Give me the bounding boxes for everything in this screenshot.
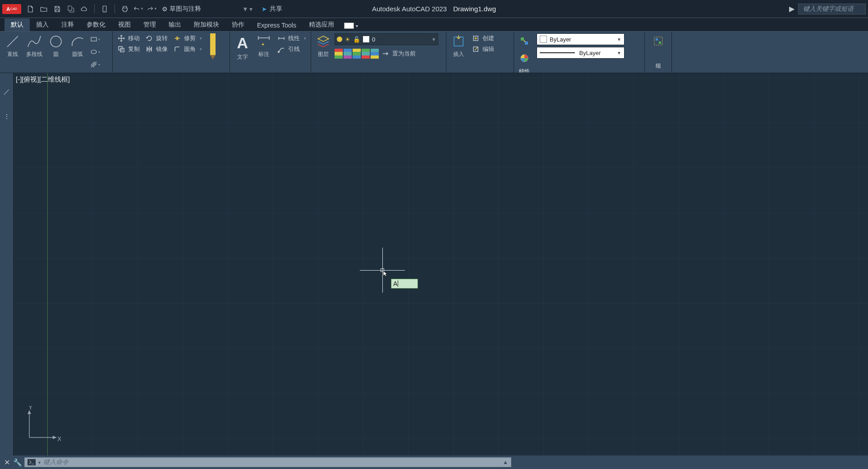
layer-tool-3[interactable] xyxy=(353,49,361,59)
tool-ellipse[interactable]: ▾ xyxy=(89,46,101,58)
drawing-area[interactable]: ／ ⋮ [-][俯视][二维线框] Y X A xyxy=(0,73,868,455)
tool-linetype-dim[interactable]: 线性▾ xyxy=(276,33,308,43)
tool-arc[interactable]: 圆弧 xyxy=(68,33,87,58)
tab-output[interactable]: 输出 xyxy=(162,18,188,31)
tool-rectangle[interactable]: ▾ xyxy=(89,33,101,45)
fillet-icon xyxy=(173,45,181,53)
tool-text-label: 文字 xyxy=(237,53,248,61)
tool-fillet-label: 圆角 xyxy=(184,45,196,53)
gear-icon: ⚙ xyxy=(162,5,168,13)
tab-insert[interactable]: 插入 xyxy=(30,18,55,31)
share-button[interactable]: ➤ 共享 xyxy=(262,5,282,13)
cmdline-close-icon[interactable]: ✕ xyxy=(3,458,11,466)
plot-mobile-icon[interactable] xyxy=(99,4,110,14)
tab-manage[interactable]: 管理 xyxy=(137,18,162,31)
title-right: ▶ 键入关键字或短语 xyxy=(789,4,866,14)
save-icon[interactable] xyxy=(52,4,63,14)
lineweight-dropdown[interactable]: ByLayer ▼ xyxy=(537,47,625,59)
chevron-down-icon: ▼ xyxy=(617,37,621,42)
chevron-down-icon: ▼ xyxy=(432,37,436,42)
print-icon[interactable] xyxy=(119,4,130,14)
layer-unlock-icon: 🔓 xyxy=(353,36,360,43)
ribbon-tabs: 默认 插入 注释 参数化 视图 管理 输出 附加模块 协作 Express To… xyxy=(0,18,868,32)
tab-addins[interactable]: 附加模块 xyxy=(188,18,225,31)
undo-icon[interactable]: ▼ xyxy=(133,4,144,14)
sidebar-item-2[interactable]: ⋮ xyxy=(1,111,12,122)
layer-tool-5[interactable] xyxy=(371,49,379,59)
tool-create-block[interactable]: 创建 xyxy=(470,33,496,43)
svg-rect-23 xyxy=(656,38,658,41)
saveas-icon[interactable] xyxy=(65,4,76,14)
layer-tool-4[interactable] xyxy=(362,49,370,59)
tool-edit-block[interactable]: 编辑 xyxy=(470,44,496,54)
color-wheel-icon[interactable] xyxy=(517,51,532,66)
group-icon[interactable] xyxy=(651,33,666,49)
layer-color-swatch xyxy=(363,36,369,42)
chevron-down-icon[interactable]: ▾ xyxy=(38,460,41,465)
tab-collaborate[interactable]: 协作 xyxy=(225,18,251,31)
tool-dimension[interactable]: ✦ 标注 xyxy=(254,33,274,58)
svg-rect-19 xyxy=(521,37,524,41)
tool-set-current-layer[interactable]: 置为当前 xyxy=(380,49,418,59)
move-icon xyxy=(117,34,125,42)
tool-mirror[interactable]: 镜像 xyxy=(143,44,170,54)
tool-rotate-label: 旋转 xyxy=(156,34,168,42)
viewport-label[interactable]: [-][俯视][二维线框] xyxy=(16,75,70,84)
drawing-grid xyxy=(0,73,868,455)
command-input[interactable]: ▾ 键入命令 ▲ xyxy=(24,457,511,467)
svg-rect-22 xyxy=(654,37,662,45)
panel-group: 组 xyxy=(645,32,672,73)
expand-search-icon[interactable]: ▶ xyxy=(789,5,795,13)
tool-copy[interactable]: 复制 xyxy=(115,44,142,54)
tool-hatch[interactable]: ▾ xyxy=(89,59,101,70)
linear-dim-icon xyxy=(277,34,285,42)
app-logo[interactable]: A CAD xyxy=(2,4,21,14)
layer-tool-1[interactable] xyxy=(335,49,343,59)
tool-move[interactable]: 移动 xyxy=(115,33,142,43)
layer-tool-2[interactable] xyxy=(344,49,352,59)
tab-default[interactable]: 默认 xyxy=(5,18,30,31)
svg-point-15 xyxy=(278,51,280,53)
match-props-icon[interactable] xyxy=(517,33,532,49)
panel-modify: 移动 复制 旋转 镜像 修剪▾ 圆角▾ xyxy=(113,32,230,73)
dimension-icon: ✦ xyxy=(256,33,272,50)
cloud-icon[interactable] xyxy=(79,4,90,14)
command-placeholder: 键入命令 xyxy=(43,458,69,466)
svg-line-2 xyxy=(7,36,18,47)
tool-circle-label: 圆 xyxy=(53,51,59,58)
tool-rotate[interactable]: 旋转 xyxy=(143,33,170,43)
new-file-icon[interactable] xyxy=(25,4,36,14)
tool-insert-block[interactable]: 插入 xyxy=(449,33,468,58)
tool-trim[interactable]: 修剪▾ xyxy=(171,33,204,43)
tool-circle[interactable]: 圆 xyxy=(46,33,66,58)
tab-express-tools[interactable]: Express Tools xyxy=(251,19,303,31)
tab-featured-apps[interactable]: 精选应用 xyxy=(303,18,340,31)
dynamic-input[interactable]: A xyxy=(391,279,418,289)
redo-icon[interactable]: ▼ xyxy=(147,4,157,14)
tab-annotate[interactable]: 注释 xyxy=(55,18,80,31)
tool-layer-properties[interactable]: 图层 xyxy=(314,33,333,58)
tab-view[interactable]: 视图 xyxy=(112,18,137,31)
lineweight-preview xyxy=(540,52,575,53)
tool-leader[interactable]: 引线 xyxy=(276,44,308,54)
panel-block: 插入 创建 编辑 xyxy=(446,32,514,73)
color-dropdown[interactable]: ByLayer ▼ xyxy=(537,33,625,45)
tool-polyline[interactable]: 多段线 xyxy=(24,33,44,58)
pencil-icon[interactable] xyxy=(208,33,217,62)
workspace-selector[interactable]: ⚙ 草图与注释 ▼ ▾ xyxy=(162,5,253,13)
cmdline-settings-icon[interactable]: 🔧 xyxy=(14,458,22,466)
svg-text:✦: ✦ xyxy=(261,42,265,47)
layer-dropdown[interactable]: ☀ 🔓 0 ▼ xyxy=(335,33,438,45)
open-file-icon[interactable] xyxy=(38,4,49,14)
search-input[interactable]: 键入关键字或短语 xyxy=(798,4,866,14)
sidebar-item-start[interactable]: ／ xyxy=(1,87,12,97)
cmdline-expand-icon[interactable]: ▲ xyxy=(503,459,508,465)
lineweight-value: ByLayer xyxy=(579,50,615,56)
tool-line[interactable]: 直线 xyxy=(3,33,23,58)
set-current-icon xyxy=(381,50,390,58)
tool-text[interactable]: A 文字 xyxy=(233,33,253,61)
tool-fillet[interactable]: 圆角▾ xyxy=(171,44,204,54)
tab-parametric[interactable]: 参数化 xyxy=(80,18,112,31)
viewport-sidebar: ／ ⋮ xyxy=(0,73,14,455)
ribbon-minimize[interactable]: ▾ xyxy=(340,20,362,31)
